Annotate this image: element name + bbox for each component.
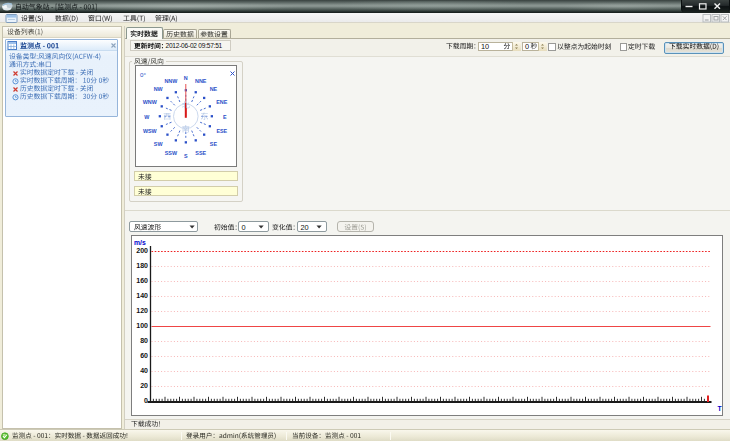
svg-text:200: 200: [136, 247, 148, 254]
svg-text:WNW: WNW: [143, 99, 158, 105]
svg-text:E: E: [223, 114, 227, 120]
svg-text:40: 40: [140, 367, 148, 374]
svg-text:ESE: ESE: [216, 128, 227, 134]
svg-text:140: 140: [136, 292, 148, 299]
svg-text:NNW: NNW: [164, 78, 178, 84]
svg-text:0: 0: [242, 223, 246, 232]
svg-text:NW: NW: [154, 86, 164, 92]
svg-text:SW: SW: [154, 141, 164, 147]
svg-text:SE: SE: [210, 141, 218, 147]
svg-text:0°: 0°: [140, 71, 146, 78]
svg-text:NNE: NNE: [195, 78, 207, 84]
svg-text:NE: NE: [210, 86, 218, 92]
svg-text:ENE: ENE: [216, 99, 227, 105]
svg-text:T: T: [717, 405, 722, 412]
svg-text:180: 180: [136, 262, 148, 269]
svg-text:S: S: [184, 153, 188, 159]
svg-text:m/s: m/s: [134, 239, 146, 246]
svg-text:20: 20: [301, 223, 309, 232]
svg-text:60: 60: [140, 352, 148, 359]
svg-text:0: 0: [144, 397, 148, 404]
svg-text:120: 120: [136, 307, 148, 314]
svg-text:100: 100: [136, 322, 148, 329]
svg-text:2012-06-02 09:57:51: 2012-06-02 09:57:51: [166, 42, 223, 49]
svg-text:SSE: SSE: [195, 150, 206, 156]
svg-text:SSW: SSW: [165, 150, 178, 156]
svg-text:W: W: [144, 114, 150, 120]
svg-text:WSW: WSW: [143, 128, 158, 134]
svg-text:20: 20: [140, 382, 148, 389]
svg-text:N: N: [184, 75, 188, 81]
svg-text:0: 0: [525, 42, 529, 51]
svg-text:80: 80: [140, 337, 148, 344]
svg-text:10: 10: [481, 42, 489, 51]
svg-text:160: 160: [136, 277, 148, 284]
